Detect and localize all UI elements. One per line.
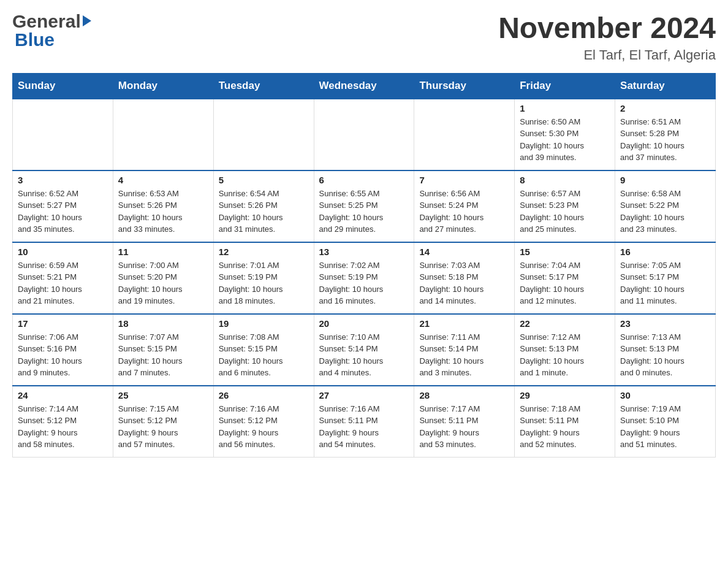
calendar-cell: 5Sunrise: 6:54 AM Sunset: 5:26 PM Daylig… — [213, 170, 314, 242]
day-info: Sunrise: 7:02 AM Sunset: 5:19 PM Dayligh… — [319, 259, 409, 307]
weekday-header-friday: Friday — [515, 73, 615, 99]
calendar-cell: 16Sunrise: 7:05 AM Sunset: 5:17 PM Dayli… — [615, 242, 716, 314]
day-number: 2 — [620, 103, 710, 113]
calendar-week-2: 3Sunrise: 6:52 AM Sunset: 5:27 PM Daylig… — [13, 170, 716, 242]
day-info: Sunrise: 7:17 AM Sunset: 5:11 PM Dayligh… — [419, 403, 509, 451]
day-number: 1 — [520, 103, 610, 113]
day-number: 13 — [319, 247, 409, 257]
day-number: 27 — [319, 390, 409, 400]
calendar-cell: 21Sunrise: 7:11 AM Sunset: 5:14 PM Dayli… — [414, 314, 515, 386]
calendar-cell: 11Sunrise: 7:00 AM Sunset: 5:20 PM Dayli… — [113, 242, 213, 314]
day-info: Sunrise: 7:00 AM Sunset: 5:20 PM Dayligh… — [118, 259, 208, 307]
weekday-header-wednesday: Wednesday — [314, 73, 414, 99]
day-info: Sunrise: 6:59 AM Sunset: 5:21 PM Dayligh… — [18, 259, 108, 307]
day-number: 25 — [118, 390, 208, 400]
calendar-cell: 14Sunrise: 7:03 AM Sunset: 5:18 PM Dayli… — [414, 242, 515, 314]
calendar-cell: 9Sunrise: 6:58 AM Sunset: 5:22 PM Daylig… — [615, 170, 716, 242]
day-number: 6 — [319, 175, 409, 185]
day-number: 8 — [520, 175, 610, 185]
calendar-cell: 22Sunrise: 7:12 AM Sunset: 5:13 PM Dayli… — [515, 314, 615, 386]
day-info: Sunrise: 7:06 AM Sunset: 5:16 PM Dayligh… — [18, 331, 108, 379]
day-number: 21 — [419, 318, 509, 329]
logo: General Blue — [12, 12, 91, 49]
weekday-header-monday: Monday — [113, 73, 213, 99]
calendar-cell: 10Sunrise: 6:59 AM Sunset: 5:21 PM Dayli… — [13, 242, 113, 314]
calendar-cell: 26Sunrise: 7:16 AM Sunset: 5:12 PM Dayli… — [213, 386, 314, 458]
day-number: 24 — [18, 390, 108, 400]
calendar-cell: 3Sunrise: 6:52 AM Sunset: 5:27 PM Daylig… — [13, 170, 113, 242]
day-info: Sunrise: 6:58 AM Sunset: 5:22 PM Dayligh… — [620, 188, 710, 236]
weekday-header-saturday: Saturday — [615, 73, 716, 99]
day-info: Sunrise: 7:10 AM Sunset: 5:14 PM Dayligh… — [319, 331, 409, 379]
day-info: Sunrise: 7:04 AM Sunset: 5:17 PM Dayligh… — [520, 259, 610, 307]
calendar-cell — [113, 99, 213, 170]
calendar-week-5: 24Sunrise: 7:14 AM Sunset: 5:12 PM Dayli… — [13, 386, 716, 458]
calendar-week-3: 10Sunrise: 6:59 AM Sunset: 5:21 PM Dayli… — [13, 242, 716, 314]
calendar-cell: 29Sunrise: 7:18 AM Sunset: 5:11 PM Dayli… — [515, 386, 615, 458]
day-number: 9 — [620, 175, 710, 185]
day-number: 28 — [419, 390, 509, 400]
day-number: 4 — [118, 175, 208, 185]
day-info: Sunrise: 7:03 AM Sunset: 5:18 PM Dayligh… — [419, 259, 509, 307]
day-number: 11 — [118, 247, 208, 257]
calendar-cell: 23Sunrise: 7:13 AM Sunset: 5:13 PM Dayli… — [615, 314, 716, 386]
calendar-cell: 17Sunrise: 7:06 AM Sunset: 5:16 PM Dayli… — [13, 314, 113, 386]
day-info: Sunrise: 7:19 AM Sunset: 5:10 PM Dayligh… — [620, 403, 710, 451]
day-number: 26 — [219, 390, 309, 400]
calendar-cell: 7Sunrise: 6:56 AM Sunset: 5:24 PM Daylig… — [414, 170, 515, 242]
calendar-cell — [414, 99, 515, 170]
day-info: Sunrise: 7:05 AM Sunset: 5:17 PM Dayligh… — [620, 259, 710, 307]
day-info: Sunrise: 6:56 AM Sunset: 5:24 PM Dayligh… — [419, 188, 509, 236]
calendar-cell: 4Sunrise: 6:53 AM Sunset: 5:26 PM Daylig… — [113, 170, 213, 242]
day-info: Sunrise: 6:53 AM Sunset: 5:26 PM Dayligh… — [118, 188, 208, 236]
day-number: 10 — [18, 247, 108, 257]
calendar-header: SundayMondayTuesdayWednesdayThursdayFrid… — [13, 73, 716, 99]
calendar-cell: 20Sunrise: 7:10 AM Sunset: 5:14 PM Dayli… — [314, 314, 414, 386]
weekday-header-thursday: Thursday — [414, 73, 515, 99]
calendar-cell: 27Sunrise: 7:16 AM Sunset: 5:11 PM Dayli… — [314, 386, 414, 458]
day-number: 14 — [419, 247, 509, 257]
day-info: Sunrise: 7:13 AM Sunset: 5:13 PM Dayligh… — [620, 331, 710, 379]
calendar-cell: 28Sunrise: 7:17 AM Sunset: 5:11 PM Dayli… — [414, 386, 515, 458]
calendar-cell: 8Sunrise: 6:57 AM Sunset: 5:23 PM Daylig… — [515, 170, 615, 242]
day-info: Sunrise: 6:55 AM Sunset: 5:25 PM Dayligh… — [319, 188, 409, 236]
calendar-cell: 1Sunrise: 6:50 AM Sunset: 5:30 PM Daylig… — [515, 99, 615, 170]
calendar-week-1: 1Sunrise: 6:50 AM Sunset: 5:30 PM Daylig… — [13, 99, 716, 170]
calendar-cell: 13Sunrise: 7:02 AM Sunset: 5:19 PM Dayli… — [314, 242, 414, 314]
calendar-cell: 6Sunrise: 6:55 AM Sunset: 5:25 PM Daylig… — [314, 170, 414, 242]
day-number: 19 — [219, 318, 309, 329]
day-info: Sunrise: 7:18 AM Sunset: 5:11 PM Dayligh… — [520, 403, 610, 451]
day-number: 20 — [319, 318, 409, 329]
calendar-cell: 18Sunrise: 7:07 AM Sunset: 5:15 PM Dayli… — [113, 314, 213, 386]
day-number: 23 — [620, 318, 710, 329]
day-number: 18 — [118, 318, 208, 329]
calendar-cell: 12Sunrise: 7:01 AM Sunset: 5:19 PM Dayli… — [213, 242, 314, 314]
logo-general-text: General — [12, 12, 81, 31]
calendar-cell: 19Sunrise: 7:08 AM Sunset: 5:15 PM Dayli… — [213, 314, 314, 386]
day-info: Sunrise: 7:15 AM Sunset: 5:12 PM Dayligh… — [118, 403, 208, 451]
day-number: 29 — [520, 390, 610, 400]
weekday-header-sunday: Sunday — [13, 73, 113, 99]
day-info: Sunrise: 6:51 AM Sunset: 5:28 PM Dayligh… — [620, 116, 710, 164]
day-number: 17 — [18, 318, 108, 329]
calendar-subtitle: El Tarf, El Tarf, Algeria — [498, 47, 716, 63]
calendar-cell: 25Sunrise: 7:15 AM Sunset: 5:12 PM Dayli… — [113, 386, 213, 458]
weekday-header-row: SundayMondayTuesdayWednesdayThursdayFrid… — [13, 73, 716, 99]
calendar-cell — [314, 99, 414, 170]
day-info: Sunrise: 6:52 AM Sunset: 5:27 PM Dayligh… — [18, 188, 108, 236]
day-info: Sunrise: 7:12 AM Sunset: 5:13 PM Dayligh… — [520, 331, 610, 379]
day-info: Sunrise: 7:01 AM Sunset: 5:19 PM Dayligh… — [219, 259, 309, 307]
day-info: Sunrise: 7:07 AM Sunset: 5:15 PM Dayligh… — [118, 331, 208, 379]
day-number: 12 — [219, 247, 309, 257]
weekday-header-tuesday: Tuesday — [213, 73, 314, 99]
day-number: 15 — [520, 247, 610, 257]
day-info: Sunrise: 6:50 AM Sunset: 5:30 PM Dayligh… — [520, 116, 610, 164]
day-number: 30 — [620, 390, 710, 400]
calendar-week-4: 17Sunrise: 7:06 AM Sunset: 5:16 PM Dayli… — [13, 314, 716, 386]
day-number: 3 — [18, 175, 108, 185]
calendar-cell — [13, 99, 113, 170]
calendar-cell: 30Sunrise: 7:19 AM Sunset: 5:10 PM Dayli… — [615, 386, 716, 458]
calendar-cell: 2Sunrise: 6:51 AM Sunset: 5:28 PM Daylig… — [615, 99, 716, 170]
day-info: Sunrise: 7:14 AM Sunset: 5:12 PM Dayligh… — [18, 403, 108, 451]
day-number: 7 — [419, 175, 509, 185]
